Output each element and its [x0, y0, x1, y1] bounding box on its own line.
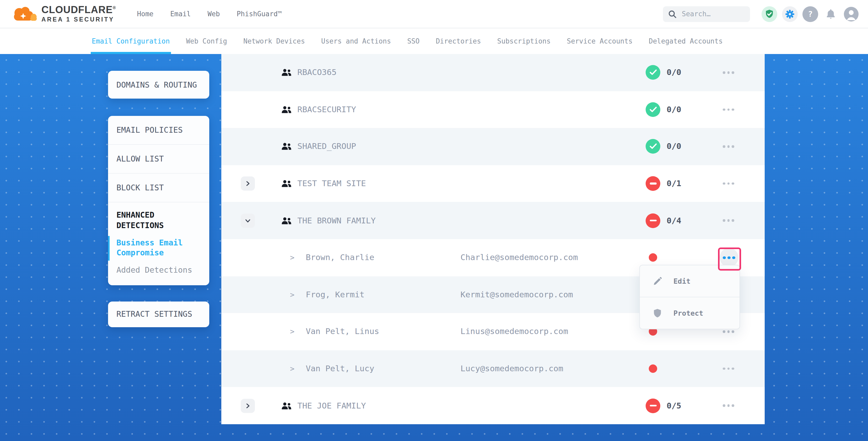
status-dot — [649, 254, 657, 262]
account-icon[interactable] — [843, 6, 859, 22]
shield-icon — [652, 308, 662, 318]
group-people-icon — [281, 69, 292, 76]
tab-sso[interactable]: SSO — [407, 28, 420, 54]
group-people-icon — [281, 106, 292, 114]
shield-check-icon[interactable] — [762, 6, 777, 22]
top-header: CLOUDFLARE® AREA 1 SECURITY Home Email W… — [0, 0, 868, 28]
group-people-icon — [281, 180, 292, 187]
tab-delegated-accounts[interactable]: Delegated Accounts — [649, 28, 723, 54]
row-context-menu: Edit Protect — [639, 265, 740, 329]
tab-network-devices[interactable]: Network Devices — [243, 28, 305, 54]
protected-count: 0/0 — [666, 142, 681, 151]
help-icon[interactable]: ? — [802, 6, 818, 22]
sidebar-item-email-policies[interactable]: EMAIL POLICIES — [108, 116, 209, 144]
member-chevron[interactable]: > — [290, 254, 294, 262]
sidebar-item-added-detections[interactable]: Added Detections — [117, 265, 202, 276]
row-overflow-menu-button[interactable] — [720, 214, 737, 227]
row-overflow-menu-button-active[interactable] — [720, 248, 739, 267]
member-chevron[interactable]: > — [290, 327, 294, 336]
search-box[interactable] — [663, 6, 750, 22]
status-slot — [646, 250, 660, 265]
nav-link-home[interactable]: Home — [137, 10, 154, 18]
sidebar-item-block-list[interactable]: BLOCK LIST — [108, 173, 209, 202]
tab-web-config[interactable]: Web Config — [186, 28, 227, 54]
sidebar-item-retract-settings[interactable]: RETRACT SETTINGS — [108, 302, 209, 327]
member-email: Charlie@somedemocorp.com — [461, 253, 578, 262]
row-overflow-menu-button[interactable] — [720, 399, 737, 412]
brand-text: CLOUDFLARE® AREA 1 SECURITY — [41, 5, 116, 23]
status-slot — [646, 361, 660, 376]
member-email: Linus@somedemocorp.com — [461, 327, 568, 336]
status-slot — [646, 176, 660, 191]
search-input[interactable] — [681, 9, 746, 18]
sidebar-item-business-email-compromise[interactable]: Business Email Compromise — [117, 238, 202, 258]
table-row[interactable]: THE JOE FAMILY 0/5 — [221, 387, 765, 424]
status-slot — [646, 139, 660, 154]
status-fail-icon — [646, 213, 660, 228]
notifications-bell-icon[interactable] — [823, 6, 839, 22]
nav-link-phishguard[interactable]: PhishGuard™ — [237, 10, 282, 18]
protected-count: 0/1 — [666, 179, 681, 188]
expand-chevron-right-button[interactable] — [241, 399, 255, 413]
member-chevron[interactable]: > — [290, 290, 294, 299]
status-slot — [646, 65, 660, 80]
member-chevron[interactable]: > — [290, 365, 294, 373]
member-name: Van Pelt, Linus — [306, 327, 379, 336]
brand-logo[interactable]: CLOUDFLARE® AREA 1 SECURITY — [11, 3, 116, 25]
sidebar-item-domains-routing[interactable]: DOMAINS & ROUTING — [108, 71, 209, 99]
group-name: TEST TEAM SITE — [298, 179, 366, 188]
nav-link-web[interactable]: Web — [208, 10, 220, 18]
table-row[interactable]: RBACO365 0/0 — [221, 54, 765, 91]
status-fail-icon — [646, 176, 660, 191]
sidebar-item-allow-list[interactable]: ALLOW LIST — [108, 144, 209, 173]
pencil-icon — [652, 276, 662, 286]
row-overflow-menu-button[interactable] — [720, 103, 737, 116]
sidebar-item-enhanced-detections[interactable]: ENHANCED DETECTIONS — [117, 210, 202, 231]
table-row[interactable]: SHARED_GROUP 0/0 — [221, 128, 765, 165]
group-people-icon — [281, 143, 292, 151]
status-pass-icon — [646, 139, 660, 154]
tab-service-accounts[interactable]: Service Accounts — [567, 28, 632, 54]
tab-subscriptions[interactable]: Subscriptions — [497, 28, 551, 54]
header-icons: ? — [762, 6, 859, 22]
group-name: THE JOE FAMILY — [298, 401, 366, 410]
context-menu-item-edit[interactable]: Edit — [640, 265, 740, 297]
row-overflow-menu-button[interactable] — [720, 363, 737, 375]
row-overflow-menu-button[interactable] — [720, 140, 737, 153]
collapse-chevron-down-button[interactable] — [241, 213, 255, 228]
group-name: THE BROWN FAMILY — [298, 216, 376, 225]
protected-count: 0/5 — [666, 401, 681, 410]
brand-subtitle: AREA 1 SECURITY — [41, 17, 116, 23]
member-name: Frog, Kermit — [306, 290, 365, 300]
primary-nav: Home Email Web PhishGuard™ — [137, 10, 282, 18]
table-row[interactable]: > Van Pelt, Lucy Lucy@somedemocorp.com — [221, 350, 765, 387]
table-row[interactable]: THE BROWN FAMILY 0/4 — [221, 202, 765, 239]
context-menu-label: Edit — [674, 277, 690, 285]
group-people-icon — [281, 217, 292, 224]
row-overflow-menu-button[interactable] — [720, 177, 737, 190]
tab-email-configuration[interactable]: Email Configuration — [92, 28, 170, 54]
status-pass-icon — [646, 102, 660, 117]
status-slot — [646, 102, 660, 117]
status-pass-icon — [646, 65, 660, 80]
protected-count: 0/0 — [666, 105, 681, 114]
sidebar-section-enhanced-detections: ENHANCED DETECTIONS Business Email Compr… — [108, 202, 209, 283]
tab-directories[interactable]: Directories — [436, 28, 481, 54]
nav-link-email[interactable]: Email — [170, 10, 191, 18]
expand-chevron-right-button[interactable] — [241, 177, 255, 191]
status-dot — [649, 365, 657, 373]
context-menu-item-protect[interactable]: Protect — [640, 297, 740, 329]
member-name: Brown, Charlie — [306, 253, 374, 262]
sidebar: DOMAINS & ROUTING EMAIL POLICIES ALLOW L… — [108, 54, 209, 327]
main-content: DOMAINS & ROUTING EMAIL POLICIES ALLOW L… — [0, 54, 868, 441]
status-fail-icon — [646, 398, 660, 413]
brand-name: CLOUDFLARE® — [41, 5, 116, 15]
protected-count: 0/4 — [666, 216, 681, 225]
settings-gear-icon[interactable] — [782, 6, 798, 22]
group-name: SHARED_GROUP — [298, 142, 356, 151]
table-row[interactable]: RBACSECURITY 0/0 — [221, 91, 765, 128]
table-row[interactable]: TEST TEAM SITE 0/1 — [221, 165, 765, 202]
tab-users-and-actions[interactable]: Users and Actions — [321, 28, 391, 54]
groups-table: RBACO365 0/0 RBACSECURITY — [221, 54, 765, 424]
row-overflow-menu-button[interactable] — [720, 66, 737, 79]
